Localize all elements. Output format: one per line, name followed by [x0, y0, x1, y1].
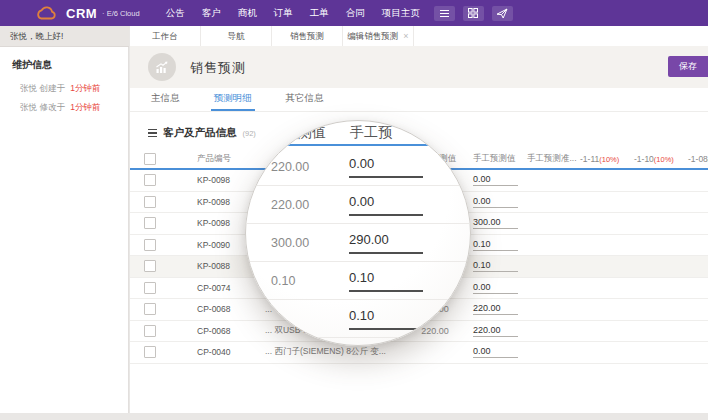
brand-suffix: · E/6 Cloud	[102, 9, 140, 18]
row-checkbox[interactable]	[144, 174, 156, 186]
document-tab-label: 编辑销售预测	[347, 31, 398, 41]
top-nav-item[interactable]: 订单	[274, 7, 293, 20]
document-tabs: 工作台× 导航× 销售预测× 编辑销售预测×	[130, 26, 708, 46]
select-all-checkbox[interactable]	[144, 153, 156, 165]
document-tab[interactable]: 销售预测×	[272, 26, 343, 46]
row-checkbox-cell	[130, 217, 170, 229]
product-code: KP-0098	[170, 175, 265, 185]
manual-forecast-cell: 0.00	[465, 174, 525, 186]
product-code: CP-0068	[170, 326, 265, 336]
manual-forecast-input[interactable]: 0.10	[473, 260, 518, 272]
col-manual-accuracy: 手工预测准...	[525, 153, 580, 165]
manual-forecast-input[interactable]: 220.00	[473, 325, 518, 337]
row-checkbox-cell	[130, 260, 170, 272]
row-checkbox-cell	[130, 303, 170, 315]
page-title: 销售预测	[190, 59, 246, 77]
top-nav-item[interactable]: 项目主页	[382, 7, 420, 20]
maintain-entry: 张悦 修改于 1分钟前	[20, 102, 120, 114]
document-tab[interactable]: 导航×	[201, 26, 272, 46]
bar-chart-icon	[155, 61, 169, 74]
title-bar: 销售预测 保存	[130, 46, 708, 88]
document-tab-label: 工作台	[152, 31, 178, 41]
entry-action: 创建于	[39, 83, 65, 93]
cloud-logo-icon	[34, 6, 59, 21]
manual-forecast-cell: 0.00	[465, 346, 525, 358]
document-tab[interactable]: 工作台×	[130, 26, 201, 46]
manual-forecast-cell: 0.00	[465, 282, 525, 294]
top-bar-icons	[434, 6, 513, 21]
manual-forecast-cell: 0.10	[465, 260, 525, 272]
col-product-code: 产品编号	[170, 153, 265, 165]
close-icon[interactable]: ×	[403, 31, 408, 41]
magnified-manual-value: 0.00	[349, 156, 423, 178]
entry-time: 1分钟前	[70, 102, 100, 112]
entry-action: 修改于	[39, 102, 65, 112]
row-checkbox-cell	[130, 239, 170, 251]
manual-forecast-input[interactable]: 0.00	[473, 174, 518, 186]
document-tab[interactable]: 编辑销售预测×	[343, 26, 414, 46]
manual-forecast-cell: 0.00	[465, 196, 525, 208]
row-checkbox[interactable]	[144, 239, 156, 251]
top-nav-item[interactable]: 商机	[238, 7, 257, 20]
manual-forecast-input[interactable]: 220.00	[473, 303, 518, 315]
row-checkbox[interactable]	[144, 346, 156, 358]
col-manual-forecast: 手工预测值	[465, 153, 525, 165]
header-checkbox-cell	[130, 153, 170, 165]
table-row[interactable]: CP-0040 ... 西门子(SIEMENS) 8公斤 变... 0.00	[130, 342, 708, 364]
section-count: (92)	[243, 129, 256, 138]
row-checkbox[interactable]	[144, 303, 156, 315]
manual-forecast-input[interactable]: 0.00	[473, 282, 518, 294]
top-nav-item[interactable]: 公告	[166, 7, 185, 20]
magnified-manual-value: 0.10	[349, 270, 423, 292]
detail-subtab[interactable]: 其它信息	[283, 92, 327, 111]
manual-forecast-input[interactable]: 0.10	[473, 239, 518, 251]
send-icon[interactable]	[492, 6, 513, 21]
sidebar-panel: 维护信息 张悦 创建于 1分钟前 张悦 修改于 1分钟前	[0, 47, 129, 413]
list-icon	[148, 129, 157, 137]
row-checkbox[interactable]	[144, 217, 156, 229]
save-button[interactable]: 保存	[668, 56, 708, 77]
row-checkbox-cell	[130, 174, 170, 186]
apps-grid-icon[interactable]	[463, 6, 484, 21]
top-nav: 公告客户商机订单工单合同项目主页	[166, 7, 420, 20]
row-checkbox-cell	[130, 346, 170, 358]
product-code: CP-0068	[170, 304, 265, 314]
magnifier-row: 300.00 290.00	[246, 224, 470, 262]
detail-subtab[interactable]: 预测明细	[211, 92, 255, 111]
magnifier-row: 0.10 0.10	[246, 262, 470, 300]
row-checkbox[interactable]	[144, 282, 156, 294]
document-tab-label: 销售预测	[290, 31, 324, 41]
product-code: CP-0040	[170, 347, 265, 357]
row-checkbox[interactable]	[144, 196, 156, 208]
maintain-entry: 张悦 创建于 1分钟前	[20, 83, 120, 95]
magnifier-row: 220.00 0.00	[246, 186, 470, 224]
manual-forecast-cell: 220.00	[465, 325, 525, 337]
maintain-entries: 张悦 创建于 1分钟前 张悦 修改于 1分钟前	[12, 83, 120, 114]
product-code: CP-0074	[170, 283, 265, 293]
row-checkbox-cell	[130, 282, 170, 294]
magnifier-rows: 220.00 0.00 220.00 0.00 300.00 290.00 0.…	[246, 148, 470, 338]
entry-user: 张悦	[20, 83, 37, 93]
magnified-manual-value: 0.00	[349, 194, 423, 216]
manual-forecast-input[interactable]: 0.00	[473, 346, 518, 358]
row-checkbox[interactable]	[144, 260, 156, 272]
magnified-system-value: 220.00	[271, 160, 349, 174]
menu-icon[interactable]	[434, 6, 455, 21]
product-name: ... 西门子(SIEMENS) 8公斤 变...	[265, 346, 405, 358]
detail-subtabs: 主信息预测明细其它信息	[130, 88, 708, 112]
magnified-system-value: 300.00	[271, 236, 349, 250]
magnifier-row: 220.00 0.00	[246, 148, 470, 186]
magnified-manual-value: 290.00	[349, 232, 423, 254]
top-nav-item[interactable]: 合同	[346, 7, 365, 20]
manual-forecast-input[interactable]: 0.00	[473, 196, 518, 208]
manual-forecast-input[interactable]: 300.00	[473, 217, 518, 229]
detail-subtab[interactable]: 主信息	[148, 92, 183, 111]
manual-forecast-cell: 300.00	[465, 217, 525, 229]
document-tab-label: 导航	[228, 31, 245, 41]
top-nav-item[interactable]: 客户	[202, 7, 221, 20]
magnified-system-value: 220.00	[271, 198, 349, 212]
entry-time: 1分钟前	[70, 83, 100, 93]
top-nav-item[interactable]: 工单	[310, 7, 329, 20]
row-checkbox[interactable]	[144, 325, 156, 337]
magnifier-overlay: 统预测值 手工预 220.00 0.00 220.00 0.00 300.00 …	[245, 120, 471, 346]
